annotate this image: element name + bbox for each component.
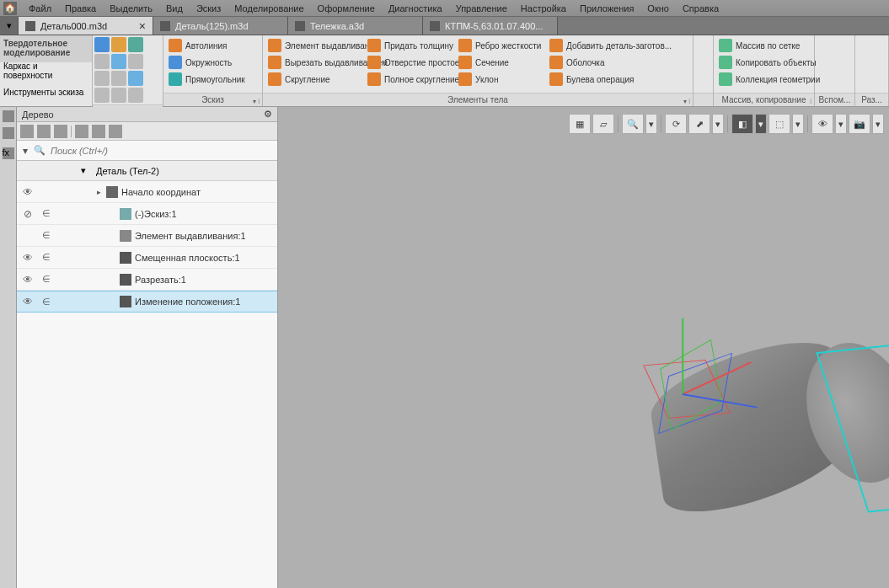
menu-Настройка[interactable]: Настройка <box>514 2 573 15</box>
qat-save[interactable] <box>128 37 143 52</box>
visibility-icon[interactable]: 👁 <box>20 296 35 307</box>
visibility-icon[interactable]: 👁 <box>20 274 35 286</box>
visibility-icon[interactable]: ⊘ <box>20 208 35 220</box>
cmd-hole[interactable]: Отверстие простое <box>366 54 450 71</box>
cmd-thicken[interactable]: Придать толщину <box>366 37 450 54</box>
cmd-section[interactable]: Сечение <box>457 54 541 71</box>
node-icon <box>106 186 118 198</box>
tree-tb-3[interactable] <box>54 125 67 138</box>
cmd-fillet[interactable]: Скругление <box>266 71 359 88</box>
doc-tab[interactable]: КТПМ-5,63.01.07.400... <box>423 17 558 35</box>
menu-Диагностика[interactable]: Диагностика <box>382 2 449 15</box>
cmd-rectangle[interactable]: Прямоугольник <box>167 71 259 88</box>
menu-Управление[interactable]: Управление <box>449 2 514 15</box>
rail-btn-2[interactable] <box>3 127 14 139</box>
cmd-extrude[interactable]: Элемент выдавливания <box>266 37 359 54</box>
cmd-cut-extrude[interactable]: Вырезать выдавливанием <box>266 54 359 71</box>
menu-Справка[interactable]: Справка <box>676 2 726 15</box>
mode-solid[interactable]: Твердотельное моделирование <box>0 35 92 62</box>
qat-paste[interactable] <box>128 71 143 86</box>
menu-Вид[interactable]: Вид <box>159 2 190 15</box>
mode-wireframe[interactable]: Каркас и поверхности <box>0 62 92 80</box>
menu-Оформление[interactable]: Оформление <box>311 2 382 15</box>
tree-row[interactable]: 👁∈Разрезать:1 <box>17 269 277 291</box>
vt-zoom-dd[interactable]: ▾ <box>645 114 657 134</box>
cmd-add-part[interactable]: Добавить деталь-заготов... <box>548 37 649 54</box>
expand-icon[interactable]: ▸ <box>94 188 103 196</box>
rail-btn-3[interactable]: fx <box>3 147 14 159</box>
menu-Правка[interactable]: Правка <box>58 2 103 15</box>
qat-print[interactable] <box>94 54 110 69</box>
gear-icon[interactable]: ⚙ <box>264 109 272 120</box>
cmd-geometry-collection[interactable]: Коллекция геометрии <box>717 71 811 88</box>
cmd-shell[interactable]: Оболочка <box>548 54 649 71</box>
doc-tab[interactable]: Деталь(125).m3d <box>153 17 288 35</box>
menu-Выделить[interactable]: Выделить <box>103 2 159 15</box>
cmd-copy-objects[interactable]: Копировать объекты <box>717 54 811 71</box>
qat-undo[interactable] <box>111 54 126 69</box>
3d-viewport[interactable]: ▦ ▱ 🔍▾ ⟳ ⬈▾ ◧▾ ⬚▾ 👁▾ 📷▾ <box>278 107 889 588</box>
include-icon[interactable]: ∈ <box>39 208 54 219</box>
menu-Приложения[interactable]: Приложения <box>573 2 640 15</box>
cmd-full-fillet[interactable]: Полное скругление <box>366 71 450 88</box>
vt-wire-dd[interactable]: ▾ <box>792 114 804 134</box>
doc-tab[interactable]: Деталь000.m3d× <box>19 17 153 35</box>
tree-root[interactable]: ▾ Деталь (Тел-2) <box>17 161 277 181</box>
vt-rotate[interactable]: ⟳ <box>665 114 687 134</box>
qat-props[interactable] <box>94 88 110 103</box>
search-input[interactable] <box>47 146 277 156</box>
tree-row[interactable]: ∈Элемент выдавливания:1 <box>17 225 277 247</box>
doc-tab[interactable]: Тележка.a3d <box>288 17 423 35</box>
tree-tb-6[interactable] <box>109 125 122 138</box>
vt-persp-dd[interactable]: ▾ <box>835 114 847 134</box>
qat-cut[interactable] <box>94 71 110 86</box>
tree-tb-4[interactable] <box>75 125 88 138</box>
vt-shade-dd[interactable]: ▾ <box>755 114 767 134</box>
home-icon[interactable]: 🏠 <box>3 2 17 15</box>
vt-zoom[interactable]: 🔍 <box>622 114 644 134</box>
vt-plane[interactable]: ▱ <box>592 114 614 134</box>
tree-tb-2[interactable] <box>37 125 51 138</box>
visibility-icon[interactable]: 👁 <box>20 186 35 198</box>
include-icon[interactable]: ∈ <box>39 252 54 263</box>
menu-Эскиз[interactable]: Эскиз <box>190 2 228 15</box>
mode-sketch-tools[interactable]: Инструменты эскиза <box>0 80 92 107</box>
menu-Моделирование[interactable]: Моделирование <box>228 2 310 15</box>
tree-row[interactable]: ⊘∈(-)Эскиз:1 <box>17 203 277 225</box>
qat-redo[interactable] <box>128 54 143 69</box>
tree-row[interactable]: 👁∈Изменение положения:1 <box>17 291 277 313</box>
include-icon[interactable]: ∈ <box>39 297 54 307</box>
vt-shade[interactable]: ◧ <box>731 114 753 134</box>
close-icon[interactable]: × <box>139 20 146 32</box>
filter-icon[interactable]: ▾ <box>17 145 34 157</box>
vt-orient-dd[interactable]: ▾ <box>712 114 724 134</box>
cmd-autoline[interactable]: Автолиния <box>167 37 259 54</box>
qat-copy[interactable] <box>111 71 126 86</box>
vt-orient[interactable]: ⬈ <box>688 114 710 134</box>
tree-tb-5[interactable] <box>92 125 105 138</box>
qat-open[interactable] <box>111 37 126 52</box>
qat-12[interactable] <box>128 88 143 103</box>
cmd-pattern-grid[interactable]: Массив по сетке <box>717 37 811 54</box>
vt-grid[interactable]: ▦ <box>569 114 591 134</box>
qat-new[interactable] <box>94 37 110 52</box>
qat-11[interactable] <box>111 88 126 103</box>
include-icon[interactable]: ∈ <box>39 274 54 285</box>
menu-Файл[interactable]: Файл <box>22 2 58 15</box>
cmd-draft[interactable]: Уклон <box>457 71 541 88</box>
cmd-circle[interactable]: Окружность <box>167 54 259 71</box>
cmd-rib[interactable]: Ребро жесткости <box>457 37 541 54</box>
tree-row[interactable]: 👁∈Смещенная плоскость:1 <box>17 247 277 269</box>
tree-tb-1[interactable] <box>20 125 34 138</box>
tab-lead-icon[interactable]: ▾ <box>0 17 19 35</box>
visibility-icon[interactable]: 👁 <box>20 252 35 264</box>
vt-cam-dd[interactable]: ▾ <box>872 114 884 134</box>
vt-wire[interactable]: ⬚ <box>769 114 790 134</box>
include-icon[interactable]: ∈ <box>39 230 54 241</box>
vt-persp[interactable]: 👁 <box>811 114 833 134</box>
rail-btn-1[interactable] <box>3 110 14 122</box>
vt-cam[interactable]: 📷 <box>849 114 870 134</box>
menu-Окно[interactable]: Окно <box>640 2 676 15</box>
tree-row[interactable]: 👁▸Начало координат <box>17 181 277 203</box>
cmd-boolean[interactable]: Булева операция <box>548 71 649 88</box>
